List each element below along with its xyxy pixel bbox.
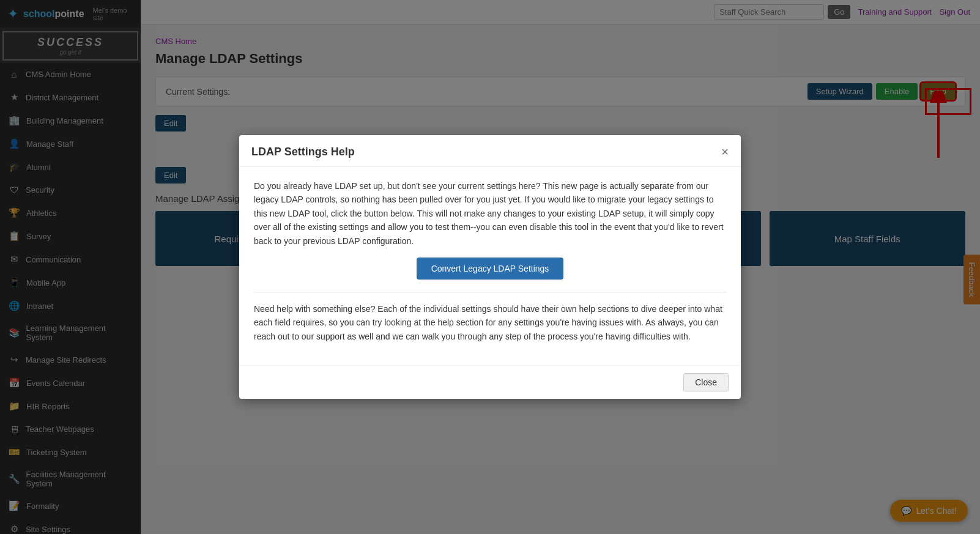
- modal-close-x-button[interactable]: ×: [721, 145, 729, 159]
- modal-body-text-2: Need help with something else? Each of t…: [254, 302, 726, 343]
- modal-title: LDAP Settings Help: [251, 146, 355, 158]
- modal-body-text-1: Do you already have LDAP set up, but don…: [254, 179, 726, 248]
- modal-divider: [254, 292, 726, 292]
- ldap-help-modal: LDAP Settings Help × Do you already have…: [239, 135, 741, 399]
- modal-footer: Close: [239, 365, 741, 399]
- modal-header: LDAP Settings Help ×: [239, 135, 741, 167]
- convert-legacy-button[interactable]: Convert Legacy LDAP Settings: [417, 258, 564, 280]
- modal-close-button[interactable]: Close: [683, 373, 729, 391]
- modal-body: Do you already have LDAP set up, but don…: [239, 167, 741, 365]
- modal-overlay: LDAP Settings Help × Do you already have…: [0, 0, 980, 534]
